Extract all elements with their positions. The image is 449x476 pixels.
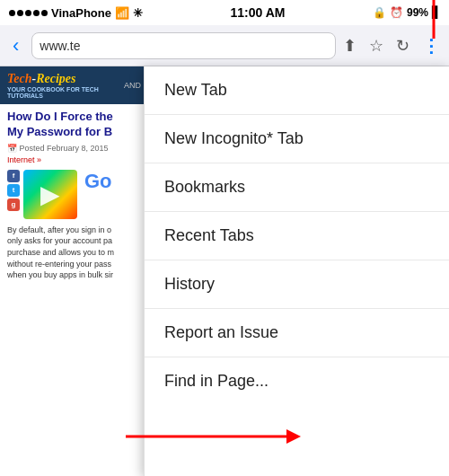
signal-dots: [9, 10, 48, 16]
wifi-icon: 📶: [115, 6, 129, 20]
social-icons: f t g: [7, 170, 20, 211]
lock-icon: 🔒: [373, 6, 386, 19]
googleplus-icon[interactable]: g: [7, 198, 20, 211]
menu-item-history[interactable]: History: [145, 260, 449, 309]
article-image-area: f t g ▶ Go: [7, 170, 141, 219]
page-content: Tech-Recipes YOUR COOKBOOK FOR TECH TUTO…: [0, 66, 148, 476]
site-logo-area: Tech-Recipes YOUR COOKBOOK FOR TECH TUTO…: [7, 72, 124, 99]
page-body: How Do I Force the My Password for B 📅 P…: [0, 104, 148, 286]
status-time: 11:00 AM: [230, 5, 285, 20]
signal-dot-4: [33, 10, 40, 16]
site-header-right: AND: [124, 81, 141, 90]
carrier-label: VinaPhone: [51, 6, 111, 20]
bookmark-icon[interactable]: ☆: [369, 36, 383, 56]
site-header: Tech-Recipes YOUR COOKBOOK FOR TECH TUTO…: [0, 66, 148, 104]
red-arrow-find-in-page: [117, 419, 314, 463]
activity-icon: ✳: [133, 6, 143, 20]
browser-toolbar: ‹ www.te ⬆ ☆ ↻ ⋮: [0, 25, 449, 66]
menu-item-new-tab[interactable]: New Tab: [145, 66, 449, 115]
address-bar[interactable]: www.te: [31, 32, 336, 59]
status-left: VinaPhone 📶 ✳: [9, 6, 143, 20]
article-meta: 📅 Posted February 8, 2015: [7, 144, 141, 153]
twitter-icon[interactable]: t: [7, 184, 20, 197]
signal-dot-2: [17, 10, 23, 16]
alarm-icon: ⏰: [390, 6, 403, 19]
article-title: How Do I Force the My Password for B: [7, 110, 141, 140]
facebook-icon[interactable]: f: [7, 170, 20, 182]
menu-item-recent-tabs[interactable]: Recent Tabs: [145, 212, 449, 260]
article-body-text: By default, after you sign in o only ask…: [7, 225, 141, 281]
site-tagline: YOUR COOKBOOK FOR TECH TUTORIALS: [7, 86, 124, 99]
signal-dot-5: [41, 10, 48, 16]
red-arrow-up: [420, 0, 447, 43]
status-bar: VinaPhone 📶 ✳ 11:00 AM 🔒 ⏰ 99% ▋: [0, 0, 449, 25]
menu-item-find-in-page[interactable]: Find in Page...: [145, 357, 449, 405]
reload-icon[interactable]: ↻: [396, 36, 409, 56]
article-category: Internet »: [7, 155, 141, 164]
menu-item-bookmarks[interactable]: Bookmarks: [145, 163, 449, 212]
play-store-logo: ▶: [23, 170, 77, 219]
signal-dot-1: [9, 10, 15, 16]
svg-marker-3: [286, 429, 301, 444]
site-logo: Tech-Recipes YOUR COOKBOOK FOR TECH TUTO…: [7, 72, 124, 99]
signal-dot-3: [25, 10, 31, 16]
menu-item-incognito-tab[interactable]: New Incognito* Tab: [145, 115, 449, 163]
share-icon[interactable]: ⬆: [343, 36, 357, 56]
google-text: Go: [84, 170, 112, 193]
dropdown-menu: New Tab New Incognito* Tab Bookmarks Rec…: [144, 66, 449, 476]
back-button[interactable]: ‹: [7, 31, 24, 61]
address-text: www.te: [40, 39, 80, 53]
menu-item-report-issue[interactable]: Report an Issue: [145, 309, 449, 357]
